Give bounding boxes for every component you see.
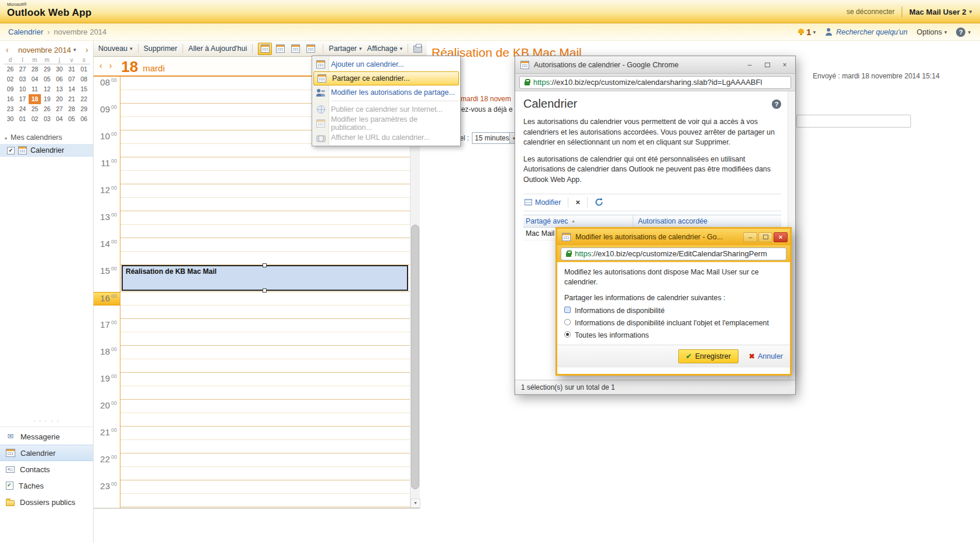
mini-calendar-day[interactable]: 06 [53, 74, 65, 84]
sidebar-module-mail[interactable]: ✉Messagerie [0, 428, 93, 445]
help-button[interactable]: ? ▾ [956, 28, 971, 37]
close-icon[interactable]: × [774, 232, 788, 242]
radio-icon[interactable] [564, 319, 571, 325]
mini-calendar-day[interactable]: 18 [29, 94, 41, 104]
mini-calendar-day[interactable]: 27 [53, 104, 65, 114]
scroll-down-icon[interactable]: ▾ [410, 499, 420, 508]
week-view-button[interactable] [288, 43, 302, 55]
mini-calendar-day[interactable]: 21 [65, 94, 78, 104]
share-menu-item[interactable]: Ajouter un calendrier... [313, 57, 460, 71]
sidebar-module-contacts[interactable]: Contacts [0, 461, 93, 477]
calendar-slot[interactable] [120, 480, 410, 507]
column-permission[interactable]: Autorisation accordée [633, 217, 708, 225]
sidebar-module-public-folders[interactable]: Dossiers publics [0, 494, 93, 510]
save-button[interactable]: ✔ Enregistrer [678, 349, 739, 363]
sign-out-link[interactable]: se déconnecter [847, 8, 895, 16]
calendar-half-slot[interactable] [120, 184, 410, 198]
sidebar-module-tasks[interactable]: Tâches [0, 477, 93, 494]
resize-handle-top[interactable] [263, 263, 267, 267]
my-calendars-header[interactable]: ▴ Mes calendriers [0, 131, 93, 144]
mini-calendar-day[interactable]: 04 [29, 74, 41, 84]
mini-calendar-day[interactable]: 16 [4, 94, 16, 104]
mini-calendar-day[interactable]: 30 [53, 64, 65, 74]
window-titlebar[interactable]: Autorisations de calendrier - Google Chr… [515, 56, 795, 74]
mini-calendar-day[interactable]: 04 [53, 114, 65, 124]
mini-calendar-day[interactable]: 29 [78, 104, 90, 114]
mini-calendar-day[interactable]: 15 [78, 84, 90, 94]
mini-calendar-title[interactable]: novembre 2014 ▾ [11, 46, 84, 54]
calendar-slot[interactable] [120, 319, 410, 346]
mini-calendar-day[interactable]: 24 [16, 104, 29, 114]
calendar-slot[interactable] [120, 453, 410, 480]
mini-calendar-day[interactable]: 03 [41, 114, 53, 124]
mini-calendar-prev-icon[interactable]: ‹ [4, 45, 11, 54]
mini-calendar-day[interactable]: 06 [78, 114, 90, 124]
mini-calendar-day[interactable]: 12 [41, 84, 53, 94]
mini-calendar-day[interactable]: 27 [16, 64, 29, 74]
calendar-slot[interactable] [120, 346, 410, 373]
calendar-half-slot[interactable] [120, 453, 410, 467]
calendar-slot[interactable] [120, 184, 410, 211]
print-icon[interactable] [413, 46, 422, 53]
mini-calendar-day[interactable]: 30 [4, 114, 16, 124]
calendar-slot[interactable] [120, 157, 410, 184]
calendar-slot[interactable] [120, 373, 410, 400]
share-menu-item[interactable]: Modifier les autorisations de partage... [313, 85, 460, 99]
work-week-view-button[interactable] [273, 43, 287, 55]
calendar-half-slot[interactable] [120, 480, 410, 494]
window-titlebar[interactable]: Modifier les autorisations de calendrier… [557, 229, 790, 245]
calendar-slot[interactable] [120, 211, 410, 238]
mini-calendar-day[interactable]: 26 [4, 64, 16, 74]
calendar-half-slot[interactable] [120, 157, 410, 171]
mini-calendar-day[interactable]: 26 [41, 104, 53, 114]
mini-calendar-day[interactable]: 02 [4, 74, 16, 84]
share-menu-item[interactable]: Partager ce calendrier... [313, 71, 459, 85]
url-field[interactable]: https://ex10.biz/ecp/customize/EditCalen… [561, 248, 786, 260]
mini-calendar-day[interactable]: 31 [65, 64, 78, 74]
radio-icon[interactable] [564, 331, 571, 338]
calendar-half-slot[interactable] [120, 346, 410, 359]
mini-calendar-day[interactable]: 01 [16, 114, 29, 124]
new-button[interactable]: Nouveau ▾ [98, 44, 133, 53]
calendar-slot[interactable] [120, 400, 410, 427]
calendar-slot[interactable] [120, 292, 410, 319]
mini-calendar-day[interactable]: 10 [16, 84, 29, 94]
share-button[interactable]: Partager ▾ [329, 44, 361, 53]
calendar-half-slot[interactable] [120, 373, 410, 386]
mini-calendar-day[interactable]: 05 [41, 74, 53, 84]
mini-calendar-day[interactable]: 07 [65, 74, 78, 84]
maximize-icon[interactable] [758, 232, 772, 242]
mini-calendar-day[interactable]: 09 [4, 84, 16, 94]
close-icon[interactable]: × [777, 59, 793, 70]
reminders-button[interactable]: 1 ▾ [798, 27, 816, 37]
resize-handle-bottom[interactable] [263, 288, 267, 293]
refresh-icon[interactable] [595, 198, 603, 207]
share-info-option[interactable]: Informations de disponibilité incluant l… [564, 318, 783, 328]
mini-calendar-day[interactable]: 11 [29, 84, 41, 94]
prev-day-icon[interactable]: ‹ [99, 61, 102, 70]
calendar-event[interactable]: Réalisation de KB Mac Mail [122, 265, 408, 291]
sidebar-module-calendar[interactable]: Calendrier [0, 445, 93, 461]
calendar-slot[interactable] [120, 427, 410, 453]
mini-calendar-day[interactable]: 29 [41, 64, 53, 74]
calendar-checkbox[interactable]: ✔ [7, 147, 15, 154]
maximize-icon[interactable] [759, 59, 775, 70]
mini-calendar-day[interactable]: 05 [65, 114, 78, 124]
view-menu-button[interactable]: Affichage ▾ [367, 44, 402, 53]
day-view-button[interactable] [258, 43, 272, 55]
go-to-today-button[interactable]: Aller à Aujourd'hui [188, 44, 247, 53]
next-day-icon[interactable]: › [109, 61, 112, 70]
mini-calendar-day[interactable]: 02 [29, 114, 41, 124]
mini-calendar-day[interactable]: 17 [16, 94, 29, 104]
user-menu[interactable]: Mac Mail User 2 ▾ [909, 8, 972, 16]
column-shared-with[interactable]: Partagé avec [526, 217, 568, 225]
mini-calendar-day[interactable]: 14 [65, 84, 78, 94]
mini-calendar-day[interactable]: 28 [65, 104, 78, 114]
calendar-half-slot[interactable] [120, 211, 410, 225]
calendar-half-slot[interactable] [120, 292, 410, 305]
breadcrumb-calendar-link[interactable]: Calendrier [8, 28, 43, 36]
mini-calendar-day[interactable]: 08 [78, 74, 90, 84]
minimize-icon[interactable]: – [743, 232, 757, 242]
mini-calendar-day[interactable]: 22 [78, 94, 90, 104]
mini-calendar-day[interactable]: 28 [29, 64, 41, 74]
